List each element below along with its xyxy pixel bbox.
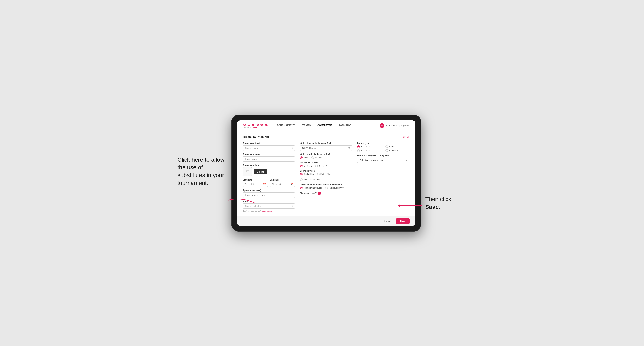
end-date-label: End date: [270, 179, 295, 181]
venue-group: Venue ▼ Can't find your venue? email sup…: [243, 200, 295, 212]
format-6count4[interactable]: 6 count 4: [357, 149, 381, 152]
format-6count5[interactable]: 6 count 5: [386, 149, 410, 152]
end-date-field[interactable]: 📅: [270, 182, 295, 187]
sign-out-link[interactable]: Sign out: [401, 124, 410, 127]
upload-button[interactable]: Upload: [254, 169, 268, 174]
form-col-1: Tournament Host ▼ Tournament name Tourna: [243, 142, 295, 212]
form-grid: Tournament Host ▼ Tournament name Tourna: [243, 142, 410, 212]
sponsor-input[interactable]: [243, 192, 295, 198]
gender-mens-radio[interactable]: [300, 156, 303, 159]
start-date-field[interactable]: 📅: [243, 182, 268, 187]
individuals-radio[interactable]: [326, 187, 328, 189]
match-play-radio[interactable]: [317, 173, 320, 175]
rounds-3-radio[interactable]: [315, 165, 318, 167]
scoring-system-group: Scoring system Stroke Play Match Play: [300, 170, 352, 181]
svg-point-3: [246, 171, 247, 172]
allow-substitutes-item[interactable]: Allow substitutes?: [300, 192, 352, 195]
format-5count4-radio[interactable]: [357, 145, 360, 148]
gender-group: Which gender is the event for? Mens Wome…: [300, 153, 352, 159]
nav-rankings[interactable]: RANKINGS: [338, 124, 352, 127]
tournament-name-label: Tournament name: [243, 153, 295, 156]
scoring-stroke-play[interactable]: Stroke Play: [300, 173, 314, 175]
end-date-input[interactable]: [272, 183, 289, 185]
rounds-4-radio[interactable]: [323, 165, 326, 167]
teams-radio[interactable]: [300, 187, 303, 189]
rounds-2[interactable]: 2: [308, 165, 312, 167]
allow-substitutes-checkbox[interactable]: [318, 192, 321, 195]
format-6count5-radio[interactable]: [386, 149, 388, 152]
scoring-api-select[interactable]: Select a scoring service: [357, 158, 410, 163]
logo-upload-area: Upload: [243, 167, 295, 176]
tournament-host-label: Tournament Host: [243, 142, 295, 145]
format-other-label: Other: [390, 146, 394, 148]
tournament-logo-label: Tournament logo: [243, 164, 295, 167]
individuals-only[interactable]: Individuals Only: [326, 187, 344, 189]
division-group: Which division is the event for? NCAA Di…: [300, 142, 352, 151]
venue-input[interactable]: [243, 203, 295, 209]
rounds-2-radio[interactable]: [308, 165, 310, 167]
save-button[interactable]: Save: [396, 218, 410, 224]
cancel-button[interactable]: Cancel: [381, 219, 394, 223]
scoring-system-label: Scoring system: [300, 170, 352, 172]
division-select[interactable]: NCAA Division I: [300, 145, 352, 151]
rounds-1-radio[interactable]: [300, 165, 303, 167]
allow-substitutes-group: Allow substitutes?: [300, 192, 352, 195]
rounds-3-label: 3: [318, 165, 320, 167]
gender-radio-group: Mens Womens: [300, 156, 352, 159]
rounds-2-label: 2: [311, 165, 312, 167]
format-5count4[interactable]: 5 count 4: [357, 145, 381, 148]
division-label: Which division is the event for?: [300, 142, 352, 145]
gender-womens[interactable]: Womens: [311, 156, 323, 159]
format-type-group: Format type 5 count 4 Other: [357, 142, 410, 152]
logo-area: SCOREBOARD Powered by clippd: [243, 123, 269, 128]
teams-individuals-radio-group: Teams (+Individuals) Individuals Only: [300, 187, 352, 189]
rounds-4[interactable]: 4: [323, 165, 328, 167]
page-content: Create Tournament Back Tournament Host ▼: [237, 131, 416, 216]
logo-preview: [243, 167, 252, 176]
nav-tournaments[interactable]: TOURNAMENTS: [277, 124, 296, 127]
teams-plus-individuals[interactable]: Teams (+Individuals): [300, 187, 322, 189]
stroke-play-radio[interactable]: [300, 173, 303, 175]
annotation-right: Then click Save.: [425, 195, 467, 211]
gender-mens[interactable]: Mens: [300, 156, 308, 159]
rounds-1[interactable]: 1: [300, 165, 305, 167]
form-col-3: Format type 5 count 4 Other: [357, 142, 410, 212]
tournament-name-input[interactable]: [243, 156, 295, 162]
format-other[interactable]: Other: [386, 145, 410, 148]
calendar-icon-start: 📅: [263, 183, 266, 185]
nav-teams[interactable]: TEAMS: [302, 124, 311, 127]
gender-womens-label: Womens: [315, 157, 323, 159]
date-row: Start date 📅 End date: [243, 179, 295, 187]
medal-match-radio[interactable]: [300, 178, 303, 181]
format-6count4-label: 6 count 4: [361, 150, 370, 152]
format-6count4-radio[interactable]: [357, 149, 360, 152]
match-play-label: Match Play: [320, 173, 330, 175]
scoring-medal-match[interactable]: Medal Match Play: [300, 178, 320, 181]
navbar: SCOREBOARD Powered by clippd TOURNAMENTS…: [237, 120, 416, 131]
rounds-3[interactable]: 3: [315, 165, 320, 167]
format-other-radio[interactable]: [386, 145, 388, 148]
scoring-api-label: Use third-party live scoring API?: [357, 155, 410, 157]
end-date-group: End date 📅: [270, 179, 295, 187]
sponsor-group: Sponsor (optional): [243, 189, 295, 198]
scoring-match-play[interactable]: Match Play: [317, 173, 330, 175]
image-placeholder-icon: [245, 170, 250, 174]
format-6count5-label: 6 count 5: [390, 150, 398, 152]
tournament-host-input[interactable]: [243, 145, 295, 151]
rounds-label: Number of rounds: [300, 162, 352, 164]
venue-help: Can't find your venue? email support: [243, 210, 295, 212]
start-date-input[interactable]: [245, 183, 262, 185]
nav-committee[interactable]: COMMITTEE: [317, 124, 332, 127]
rounds-1-label: 1: [304, 165, 305, 167]
start-date-group: Start date 📅: [243, 179, 268, 187]
tournament-logo-group: Tournament logo Upload: [243, 164, 295, 176]
rounds-4-label: 4: [326, 165, 328, 167]
nav-links: TOURNAMENTS TEAMS COMMITTEE RANKINGS: [277, 124, 380, 127]
venue-label: Venue: [243, 200, 295, 202]
host-dropdown-icon: ▼: [292, 147, 294, 149]
tablet-screen: SCOREBOARD Powered by clippd TOURNAMENTS…: [237, 120, 416, 226]
email-support-link[interactable]: email support: [262, 210, 273, 212]
tournament-name-group: Tournament name: [243, 153, 295, 162]
gender-womens-radio[interactable]: [311, 156, 314, 159]
back-link[interactable]: Back: [403, 136, 410, 138]
